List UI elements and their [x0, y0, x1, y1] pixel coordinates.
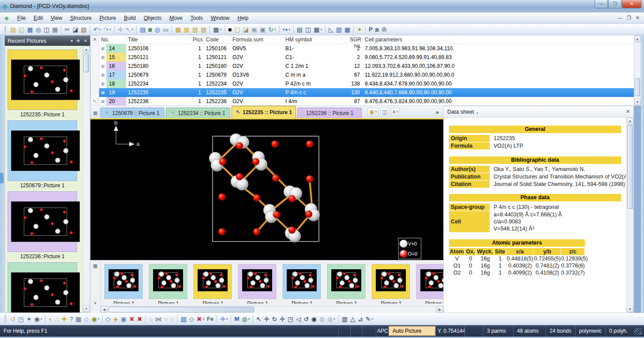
child-minimize-button[interactable]: — — [618, 15, 622, 21]
picture-view-button[interactable]: ■ — [227, 25, 233, 34]
column-header-sgr-no-[interactable]: SGR no. — [341, 35, 363, 44]
filmstrip-grid-icon[interactable]: ▦ — [90, 263, 100, 269]
dropdown-arrow-icon[interactable]: ▾ — [41, 317, 42, 321]
column-header-hm-symbol[interactable]: HM symbol — [284, 35, 341, 44]
create-bond-button[interactable]: ○ — [147, 314, 154, 324]
dropdown-arrow-icon[interactable]: ▾ — [371, 317, 373, 321]
cell-edges-button[interactable]: ▧ — [180, 314, 188, 324]
picture-new-button[interactable]: ▢ — [233, 25, 241, 34]
child-close-button[interactable]: ✕ — [636, 15, 640, 21]
data-sheet-header[interactable]: Data sheet ▾ ✕ — [444, 106, 633, 118]
fill-polyhedron-button[interactable]: ◐ — [47, 314, 53, 324]
filmstrip-down-icon[interactable]: ▼ — [90, 301, 100, 305]
picture-list-button[interactable]: ≡▾ — [391, 108, 400, 116]
column-header-formula-sum[interactable]: Formula sum — [231, 35, 284, 44]
dropdown-arrow-icon[interactable]: ▾ — [288, 28, 290, 31]
delete-polyhedra-button[interactable]: ✖ — [128, 314, 136, 324]
view-rotate-button[interactable]: ◎ — [154, 25, 161, 34]
filmstrip-thumbnail[interactable]: Picture 1 — [149, 264, 187, 299]
menu-objects[interactable]: Objects — [140, 13, 166, 23]
column-header-no-[interactable]: No. — [99, 35, 126, 44]
cell-diamond-button[interactable]: ◇ — [188, 314, 195, 324]
undo-button[interactable]: ↶▾ — [92, 25, 102, 34]
table-highlight-button[interactable]: ▦ — [182, 25, 191, 34]
table-import-button[interactable]: ▥ — [191, 25, 199, 34]
menu-structure[interactable]: Structure — [66, 13, 96, 23]
find-button[interactable]: ◎ — [34, 25, 42, 34]
tab-overflow-chevron[interactable]: » — [436, 109, 439, 115]
dropdown-arrow-icon[interactable]: ▾ — [220, 28, 221, 31]
select-tool-button[interactable]: ↖ — [255, 314, 263, 324]
table-row[interactable]: ▦14125010611250106O9V5B1-27.005,8.363,10… — [99, 44, 634, 53]
polyhedron-yellow-button[interactable]: ◈ — [112, 314, 120, 324]
rotate-z-tool-button[interactable]: ↺ — [302, 314, 310, 324]
scroll-thumb[interactable] — [627, 125, 633, 209]
picture-sync-button[interactable]: ↻▾ — [267, 25, 277, 34]
molecule-mode-button[interactable]: M — [233, 314, 240, 324]
scroll-thumb[interactable] — [109, 307, 254, 312]
picture-wand-button[interactable]: ◉▾ — [33, 314, 44, 324]
recent-scrollbar[interactable]: ▲ ▼ — [82, 46, 90, 312]
dropdown-arrow-icon[interactable]: ▾ — [99, 28, 101, 31]
fe-bonds-button[interactable]: Fe — [206, 314, 215, 324]
open-folder-button[interactable]: ◱ — [17, 25, 26, 34]
dock-splitter-handle[interactable] — [0, 173, 4, 183]
export-picture-button[interactable]: ↪▾ — [281, 25, 292, 34]
resize-grip[interactable] — [634, 328, 642, 335]
dropdown-arrow-icon[interactable]: ▾ — [321, 28, 322, 31]
filmstrip-thumbnail[interactable]: Picture 1 — [193, 264, 232, 299]
measure-dihedral-button[interactable]: ⊿ — [356, 314, 364, 324]
view-split-button[interactable]: ◫ — [304, 25, 312, 34]
polyhedron-cage-button[interactable]: ▣ — [120, 314, 128, 324]
scroll-down-icon[interactable]: ▼ — [83, 305, 90, 312]
assistant-wizard-button[interactable]: ✦ — [356, 25, 363, 34]
print-preview-button[interactable]: ◫ — [42, 25, 51, 34]
scroll-down-icon[interactable]: ▼ — [634, 99, 640, 105]
dropdown-arrow-icon[interactable]: ▾ — [110, 28, 112, 31]
menu-window[interactable]: Window — [207, 13, 234, 23]
recent-pictures-header[interactable]: Recent Pictures ▾ ✜ ✕ — [5, 36, 90, 46]
menu-view[interactable]: View — [47, 13, 66, 23]
table-row[interactable]: ▦15125012111250121O2VC1-29.060,5.772,4.5… — [99, 53, 634, 62]
pan-tool-button[interactable]: ✛ — [263, 314, 271, 324]
dropdown-arrow-icon[interactable]: ▾ — [397, 110, 398, 114]
picture-tab[interactable]: ↖1252235 :: Picture 1 — [232, 106, 296, 118]
tab-grid-icon[interactable]: ▦ — [93, 110, 97, 116]
select-pointer-button[interactable]: ↖▾ — [124, 25, 135, 34]
picture-copy-button[interactable]: ◪ — [242, 25, 250, 34]
menu-move[interactable]: Move — [165, 13, 186, 23]
dropdown-arrow-icon[interactable]: ▾ — [98, 317, 100, 321]
menu-help[interactable]: Help — [233, 13, 252, 23]
track-1-button[interactable]: ◍ — [318, 314, 326, 324]
filmstrip-thumbnail[interactable]: Picture 1 — [238, 264, 277, 299]
new-document-button[interactable]: ▤ — [9, 25, 17, 34]
zoom-tool-button[interactable]: ◳ — [286, 314, 295, 324]
rotate-tool-button[interactable]: ↻ — [271, 314, 279, 324]
sphere-style-button[interactable]: ◍▾ — [240, 314, 251, 324]
view-frame-button[interactable]: ▭ — [161, 25, 170, 34]
bond-lattice-button[interactable]: ⋈ — [154, 314, 163, 324]
insert-atom-button[interactable]: ✚ — [60, 314, 68, 324]
panel-menu-icon[interactable]: ▾ — [476, 111, 478, 115]
picture-tab[interactable]: ↖1252234 :: Picture 1 — [166, 108, 230, 118]
spin-tool-button[interactable]: ◉ — [310, 314, 318, 324]
scroll-thumb[interactable] — [83, 54, 89, 72]
pan-mode-button[interactable]: ✛▾ — [219, 314, 229, 324]
redo-button[interactable]: ↷▾ — [102, 25, 112, 34]
dropdown-arrow-icon[interactable]: ▾ — [274, 28, 276, 31]
ring-search-button[interactable]: ○ — [163, 314, 169, 324]
fragment-button[interactable]: ◇ — [83, 314, 90, 324]
filmstrip-scrollbar[interactable]: ◀ ▶ — [101, 306, 443, 313]
cut-button[interactable]: ✂ — [63, 25, 71, 34]
powder-pattern-button[interactable]: P — [367, 25, 374, 34]
measure-distances-button[interactable]: ▥ — [341, 314, 349, 324]
measure-plane-button[interactable]: ✎▾ — [364, 314, 374, 324]
picture-comment-button[interactable]: ◳ — [17, 314, 25, 324]
view-table-button[interactable]: ▦▾ — [312, 25, 323, 34]
dropdown-arrow-icon[interactable]: ▾ — [203, 317, 205, 321]
dropdown-arrow-icon[interactable]: ▾ — [132, 28, 134, 31]
coordination-sphere-button[interactable]: ◉▾ — [90, 314, 101, 324]
dropdown-arrow-icon[interactable]: ▾ — [333, 317, 335, 321]
move-tool-button[interactable]: ✛ — [278, 314, 286, 324]
filmstrip-thumbnail[interactable]: Picture 1 — [327, 264, 366, 299]
